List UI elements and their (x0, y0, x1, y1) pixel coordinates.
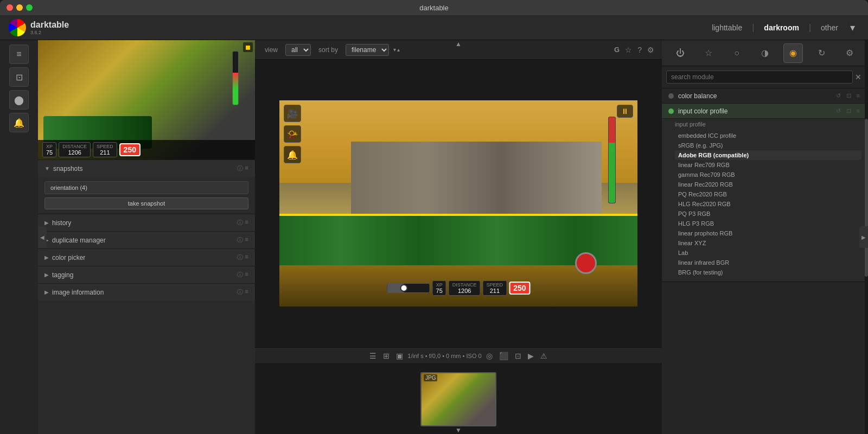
bottom-icon-focus[interactable]: ◎ (485, 350, 494, 361)
search-clear-button[interactable]: ✕ (853, 71, 864, 84)
bottom-icon-clip[interactable]: ⊡ (514, 350, 522, 361)
take-snapshot-button[interactable]: take snapshot (44, 197, 248, 209)
color-balance-menu-icon[interactable]: ≡ (855, 92, 861, 100)
bottom-icon-color[interactable]: ⬛ (498, 350, 509, 361)
snapshots-header[interactable]: ▼ snapshots ⓘ ≡ (38, 160, 255, 177)
history-info-icon[interactable]: ⓘ (237, 219, 243, 227)
red-circle-button[interactable] (575, 252, 597, 274)
profile-pq-p3[interactable]: PQ P3 RGB (675, 209, 861, 219)
close-button[interactable] (7, 4, 13, 11)
thumb-corner-btn[interactable]: ◼ (243, 42, 253, 52)
profile-hlg-p3[interactable]: HLG P3 RGB (675, 219, 861, 228)
maximize-button[interactable] (26, 4, 33, 11)
right-panel-collapse[interactable]: ▶ (859, 226, 868, 248)
profile-adobe-rgb[interactable]: Adobe RGB (compatible) (675, 150, 861, 160)
toolbar-help-icon[interactable]: ? (636, 44, 643, 55)
center-bottom-arrow[interactable]: ▼ (455, 426, 462, 434)
profile-embedded-icc[interactable]: embedded ICC profile (675, 131, 861, 141)
profile-gamma-rec709[interactable]: gamma Rec709 RGB (675, 170, 861, 180)
toolbar-settings-icon[interactable]: ⚙ (646, 44, 655, 55)
toolbar-filter-select[interactable]: all (285, 44, 311, 56)
snapshot-item[interactable]: orientation (4) (44, 181, 248, 194)
icp-menu-icon[interactable]: ≡ (855, 107, 861, 115)
overlay-bell-icon[interactable]: 🔔 (284, 146, 301, 163)
bottom-icon-display[interactable]: ▣ (395, 350, 404, 361)
snapshots-menu-icon[interactable]: ≡ (245, 164, 248, 173)
profile-linear-prophoto[interactable]: linear prophoto RGB (675, 228, 861, 238)
module-tab-star[interactable]: ☆ (699, 43, 718, 63)
sidebar-btn-alert[interactable]: 🔔 (9, 113, 29, 132)
color-picker-info-icon[interactable]: ⓘ (237, 253, 243, 261)
image-information-info-icon[interactable]: ⓘ (237, 288, 243, 296)
sort-asc-icon[interactable]: ▴ (397, 47, 400, 53)
duplicate-manager-menu-icon[interactable]: ≡ (245, 236, 248, 244)
sidebar-btn-crop[interactable]: ⊡ (9, 67, 29, 87)
icp-enable-dot[interactable] (668, 108, 674, 114)
nav-darkroom[interactable]: darkroom (758, 21, 805, 34)
image-information-menu-icon[interactable]: ≡ (245, 288, 248, 296)
center-top-arrow[interactable]: ▲ (455, 40, 462, 48)
history-title: history (52, 219, 234, 227)
module-tab-color[interactable]: ◉ (783, 43, 803, 63)
module-tab-refresh[interactable]: ↻ (812, 43, 831, 63)
module-tab-gear[interactable]: ⚙ (840, 43, 859, 63)
toolbar-sort-field-select[interactable]: filename (346, 44, 389, 56)
color-picker-title: color picker (52, 254, 234, 261)
tagging-menu-icon[interactable]: ≡ (245, 271, 248, 279)
snapshots-title: snapshots (53, 165, 234, 173)
nav-lighttable[interactable]: lighttable (706, 21, 748, 34)
minimize-button[interactable] (16, 4, 23, 11)
toolbar-view-btn[interactable]: view (261, 45, 281, 55)
color-balance-enable[interactable] (668, 93, 674, 99)
pause-button[interactable]: ⏸ (617, 105, 633, 118)
left-panel-collapse[interactable]: ◀ (38, 226, 47, 248)
filmstrip-thumbnail[interactable]: JPG (420, 372, 496, 426)
image-information-header[interactable]: ▶ image information ⓘ ≡ (38, 284, 255, 301)
module-item-color-balance[interactable]: color balance ↺ ⊡ ≡ (662, 88, 868, 104)
profile-brg[interactable]: BRG (for testing) (675, 267, 861, 277)
toolbar-bold-icon[interactable]: G (613, 44, 621, 55)
search-input[interactable] (666, 71, 853, 84)
snapshots-chevron: ▼ (44, 165, 50, 171)
toolbar-star-icon[interactable]: ☆ (624, 44, 633, 55)
input-color-profile-header[interactable]: input color profile ↺ ⊡ ≡ (662, 104, 868, 119)
module-tab-halfcircle[interactable]: ◑ (755, 43, 775, 63)
bottom-icon-play[interactable]: ▶ (527, 350, 535, 361)
duplicate-manager-info-icon[interactable]: ⓘ (237, 236, 243, 244)
profile-lab[interactable]: Lab (675, 248, 861, 258)
overlay-horn-icon[interactable]: 📯 (284, 125, 301, 143)
sort-desc-icon[interactable]: ▾ (393, 47, 396, 53)
profile-srgb[interactable]: sRGB (e.g. JPG) (675, 141, 861, 150)
profile-linear-infrared-bgr[interactable]: linear infrared BGR (675, 258, 861, 267)
tagging-header[interactable]: ▶ tagging ⓘ ≡ (38, 266, 255, 283)
module-tab-circle[interactable]: ○ (727, 43, 746, 63)
profile-linear-rec709[interactable]: linear Rec709 RGB (675, 160, 861, 170)
profile-linear-rec2020[interactable]: linear Rec2020 RGB (675, 180, 861, 189)
sidebar-btn-layout[interactable]: ≡ (9, 44, 29, 64)
profile-hlg-rec2020[interactable]: HLG Rec2020 RGB (675, 199, 861, 209)
color-picker-header[interactable]: ▶ color picker ⓘ ≡ (38, 249, 255, 266)
duplicate-manager-header[interactable]: ▶ duplicate manager ⓘ ≡ (38, 232, 255, 248)
nav-other[interactable]: other (815, 21, 844, 34)
history-menu-icon[interactable]: ≡ (245, 219, 248, 227)
icp-copy-icon[interactable]: ⊡ (845, 107, 853, 115)
profile-linear-xyz[interactable]: linear XYZ (675, 238, 861, 248)
history-header[interactable]: ▶ history ⓘ ≡ (38, 214, 255, 231)
right-scrollbar-thumb[interactable] (865, 119, 868, 276)
bottom-icon-list[interactable]: ☰ (368, 350, 378, 361)
tagging-info-icon[interactable]: ⓘ (237, 271, 243, 279)
overlay-camera-icon[interactable]: 🎥 (284, 105, 301, 122)
bottom-icon-warning[interactable]: ⚠ (539, 350, 548, 361)
icp-reset-icon[interactable]: ↺ (834, 107, 843, 115)
profile-pq-rec2020[interactable]: PQ Rec2020 RGB (675, 189, 861, 199)
snapshots-info-icon[interactable]: ⓘ (237, 164, 243, 173)
snapshots-content: orientation (4) take snapshot (38, 177, 255, 214)
color-balance-copy-icon[interactable]: ⊡ (845, 92, 853, 100)
sidebar-btn-rotate[interactable]: ⬤ (9, 90, 29, 110)
bottom-icon-film[interactable]: ⊞ (382, 350, 391, 361)
hud-center-xp: XP 75 (432, 280, 446, 296)
color-balance-reset-icon[interactable]: ↺ (834, 92, 843, 100)
nav-dropdown-button[interactable]: ▾ (846, 21, 859, 35)
color-picker-menu-icon[interactable]: ≡ (245, 253, 248, 261)
module-tab-power[interactable]: ⏻ (671, 43, 690, 63)
